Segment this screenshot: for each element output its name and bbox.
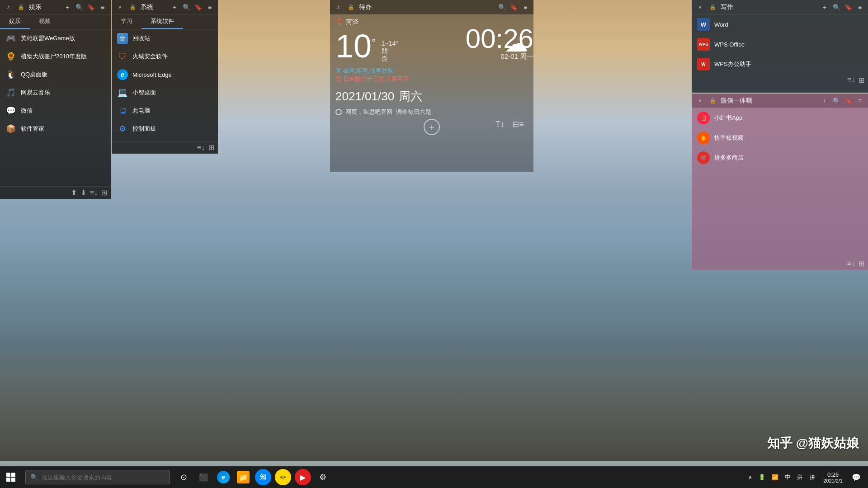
todo-bookmark-btn[interactable]: 🔖 xyxy=(509,3,518,12)
panel-weather: ∧ 🔒 待办 🔍 🔖 ≡ 📍 菏泽 10° 1~14° 阴 良 ☁ 00:26 … xyxy=(330,0,533,172)
app-kuaishou[interactable]: ✋ 快手短视频 xyxy=(692,128,868,148)
tab-learning[interactable]: 学习 xyxy=(112,14,142,29)
app-xiaohongshu-name: 小红书App xyxy=(714,114,742,122)
writing-menu-btn[interactable]: ≡ xyxy=(855,3,864,12)
todo-menu-btn[interactable]: ≡ xyxy=(521,3,530,12)
app-edge[interactable]: e Microsoft Edge xyxy=(112,66,218,84)
entertainment-collapse-btn[interactable]: ∧ xyxy=(4,3,13,12)
lang-indicator[interactable]: 中 xyxy=(783,473,793,481)
app-firewall-icon: 🛡 xyxy=(117,51,128,62)
todo-search-btn[interactable]: 🔍 xyxy=(497,3,506,12)
learning-header-icons: + 🔍 🔖 ≡ xyxy=(170,3,214,12)
calendar-weekday: 周六 xyxy=(399,89,422,104)
weather-add-button[interactable]: ＋ xyxy=(424,119,440,135)
app-recycle[interactable]: 🗑 回收站 xyxy=(112,29,218,47)
text-size-icon[interactable]: T↕ xyxy=(494,118,506,131)
learning-footer-grid[interactable]: ⊞ xyxy=(208,143,214,152)
wechat-search-btn[interactable]: 🔍 xyxy=(832,96,841,105)
app-firewall[interactable]: 🛡 火城安全软件 xyxy=(112,47,218,66)
writing-lock-btn[interactable]: 🔒 xyxy=(708,3,717,12)
app-wps-name: WPS Office xyxy=(714,41,745,48)
tab-entertainment[interactable]: 娱乐 xyxy=(0,14,30,29)
task-view-btn[interactable]: ⊙ xyxy=(175,468,193,486)
taskbar-search-input[interactable] xyxy=(42,474,165,481)
entertainment-tabs: 娱乐 视频 xyxy=(0,14,111,29)
taskbar-search[interactable]: 🔍 xyxy=(25,470,170,484)
todo-title: 待办 xyxy=(359,3,372,11)
writing-footer-grid[interactable]: ⊞ xyxy=(859,76,864,84)
wechat-add-btn[interactable]: + xyxy=(820,96,829,105)
wechat-footer: ≡↓ ⊞ xyxy=(844,258,868,270)
entertainment-menu-btn[interactable]: ≡ xyxy=(98,3,107,12)
taskbar-memo-btn[interactable]: ✏ xyxy=(274,468,292,486)
writing-search-btn[interactable]: 🔍 xyxy=(832,3,841,12)
app-xiaozhidesktop-icon: 💻 xyxy=(117,87,128,98)
tray-wifi-icon[interactable]: 📶 xyxy=(769,472,781,482)
entertainment-footer-up[interactable]: ⬆ xyxy=(71,188,77,197)
wechat-bookmark-btn[interactable]: 🔖 xyxy=(844,96,853,105)
writing-footer-list[interactable]: ≡↓ xyxy=(847,76,855,84)
app-pinduoduo[interactable]: 🛒 拼多多商店 xyxy=(692,148,868,168)
keyboard-layout-icon[interactable]: 拼 xyxy=(807,472,818,483)
entertainment-footer-down[interactable]: ⬇ xyxy=(80,188,86,197)
taskbar-explorer-btn[interactable]: 📁 xyxy=(234,468,252,486)
learning-collapse-btn[interactable]: ∧ xyxy=(115,3,124,12)
learning-lock-btn[interactable]: 🔒 xyxy=(128,3,137,12)
wechat-lock-btn[interactable]: 🔒 xyxy=(708,96,717,105)
query-label2[interactable]: 调查每日六题 xyxy=(396,108,431,116)
query-label1[interactable]: 网页，集思吧官网 xyxy=(345,108,392,116)
wechat-collapse-btn[interactable]: ∧ xyxy=(695,96,704,105)
notification-center-btn[interactable]: 💬 xyxy=(848,469,864,485)
tray-chevron-icon[interactable]: ∧ xyxy=(745,472,755,482)
taskbar-zhihu-btn[interactable]: 知 xyxy=(254,468,272,486)
app-wechat[interactable]: 💬 微信 xyxy=(0,102,111,120)
entertainment-footer-grid[interactable]: ⊞ xyxy=(101,188,107,197)
entertainment-add-btn[interactable]: + xyxy=(63,3,72,12)
app-lol[interactable]: 🎮 英雄联盟WeGame版 xyxy=(0,29,111,47)
app-word[interactable]: W Word xyxy=(692,14,868,34)
learning-menu-btn[interactable]: ≡ xyxy=(205,3,214,12)
app-netease[interactable]: 🎵 网易云音乐 xyxy=(0,84,111,102)
tab-system-software[interactable]: 系统软件 xyxy=(142,14,183,29)
app-qq-name: QQ桌面版 xyxy=(21,70,47,79)
app-controlpanel-icon: ⚙ xyxy=(117,123,128,134)
taskbar: 🔍 ⊙ ⬛ e 📁 知 ✏ ▶ ⚙ ∧ 🔋 📶 中 拼 拼 xyxy=(0,466,868,488)
app-qq[interactable]: 🐧 QQ桌面版 xyxy=(0,66,111,84)
app-word-icon: W xyxy=(697,18,710,31)
weather-quality: 良 xyxy=(382,55,398,63)
taskbar-edge-btn[interactable]: e xyxy=(214,468,232,486)
learning-add-btn[interactable]: + xyxy=(170,3,179,12)
todo-collapse-btn[interactable]: ∧ xyxy=(334,3,343,12)
app-wps-assist[interactable]: W WPS办公助手 xyxy=(692,54,868,74)
wechat-footer-grid[interactable]: ⊞ xyxy=(859,259,864,268)
app-xiaozhidesktop[interactable]: 💻 小智桌面 xyxy=(112,84,218,102)
writing-add-btn[interactable]: + xyxy=(820,3,829,12)
todo-lock-btn[interactable]: 🔒 xyxy=(346,3,355,12)
app-wps[interactable]: WPS WPS Office xyxy=(692,34,868,54)
writing-bookmark-btn[interactable]: 🔖 xyxy=(844,3,853,12)
entertainment-footer-list[interactable]: ≡↓ xyxy=(90,189,98,197)
taskbar-clock[interactable]: 0:26 2021/2/1 xyxy=(820,470,846,484)
clock-time: 00:26 xyxy=(466,25,533,52)
tab-video[interactable]: 视频 xyxy=(30,14,60,29)
app-plants[interactable]: 🌻 植物大战僵尸2010年度版 xyxy=(0,47,111,66)
entertainment-search-btn[interactable]: 🔍 xyxy=(75,3,84,12)
input-method-indicator[interactable]: 拼 xyxy=(794,472,805,483)
wechat-footer-list[interactable]: ≡↓ xyxy=(847,259,855,268)
writing-collapse-btn[interactable]: ∧ xyxy=(695,3,704,12)
filter-icon[interactable]: ⊟≡ xyxy=(512,118,524,131)
app-mycomputer[interactable]: 🖥 此电脑 xyxy=(112,102,218,120)
app-controlpanel[interactable]: ⚙ 控制面板 xyxy=(112,120,218,138)
wechat-menu-btn[interactable]: ≡ xyxy=(855,96,864,105)
start-button[interactable] xyxy=(0,466,22,488)
app-software-manager[interactable]: 📦 软件管家 xyxy=(0,120,111,138)
action-center-btn[interactable]: ⬛ xyxy=(194,468,212,486)
entertainment-bookmark-btn[interactable]: 🔖 xyxy=(86,3,95,12)
learning-bookmark-btn[interactable]: 🔖 xyxy=(193,3,203,12)
entertainment-lock-btn[interactable]: 🔒 xyxy=(16,3,25,12)
learning-footer-list[interactable]: ≡↓ xyxy=(197,144,205,152)
taskbar-bili-btn[interactable]: ▶ xyxy=(294,468,312,486)
app-xiaohongshu[interactable]: 📕 小红书App xyxy=(692,108,868,128)
learning-search-btn[interactable]: 🔍 xyxy=(182,3,191,12)
taskbar-settings-btn[interactable]: ⚙ xyxy=(314,468,332,486)
